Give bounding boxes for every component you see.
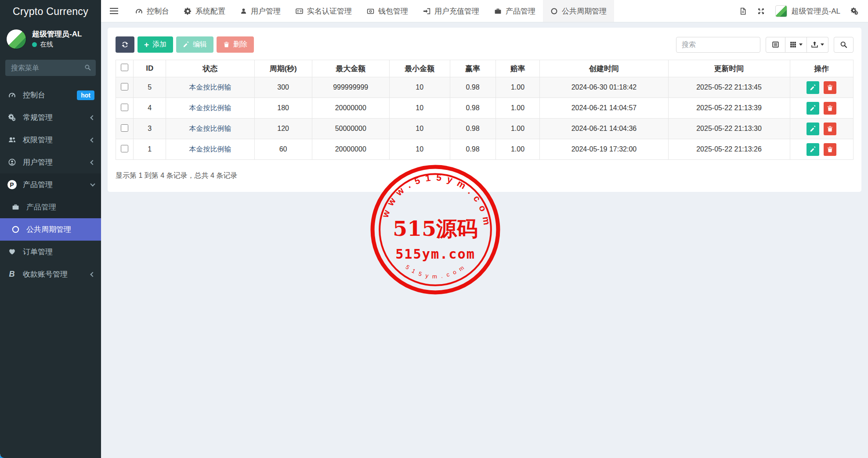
sidebar-item-payment-accounts[interactable]: B 收款账号管理 bbox=[0, 263, 101, 285]
navbar-right: 超级管理员-AL bbox=[739, 0, 868, 22]
col-header-min: 最小金额 bbox=[389, 60, 450, 77]
bitcoin-icon: B bbox=[7, 270, 17, 279]
pencil-icon bbox=[810, 126, 816, 132]
export-button[interactable] bbox=[807, 37, 828, 53]
col-header-actions: 操作 bbox=[790, 60, 853, 77]
add-button[interactable]: +添加 bbox=[137, 36, 173, 53]
status-label: 本金按比例输 bbox=[166, 119, 254, 139]
table-toolbar: +添加 编辑 删除 bbox=[116, 36, 854, 53]
stamp-arc-bottom-text: 5 1 5 y m . c o m bbox=[404, 263, 466, 280]
circle-icon bbox=[550, 7, 558, 15]
row-delete-button[interactable] bbox=[824, 123, 836, 135]
trash-icon bbox=[827, 84, 833, 91]
sidebar: Crypto Currency 超级管理员-AL 在线 控制台 hot 常规管理… bbox=[0, 0, 101, 458]
table-search-input[interactable] bbox=[676, 37, 760, 53]
row-checkbox[interactable] bbox=[121, 104, 128, 111]
row-edit-button[interactable] bbox=[807, 143, 819, 156]
toolbar-right bbox=[676, 37, 854, 53]
status-label: 本金按比例输 bbox=[166, 139, 254, 160]
dashboard-icon bbox=[7, 91, 17, 99]
tab-user-management[interactable]: 用户管理 bbox=[233, 0, 288, 22]
row-delete-button[interactable] bbox=[824, 143, 836, 156]
row-checkbox[interactable] bbox=[121, 83, 128, 90]
col-header-period: 周期(秒) bbox=[254, 60, 312, 77]
refresh-button[interactable] bbox=[116, 36, 134, 53]
row-delete-button[interactable] bbox=[824, 102, 836, 115]
tab-system-config[interactable]: 系统配置 bbox=[177, 0, 233, 22]
settings-button[interactable] bbox=[851, 7, 858, 15]
sidebar-toggle-button[interactable] bbox=[101, 0, 128, 22]
trash-icon bbox=[827, 126, 833, 132]
tab-products[interactable]: 产品管理 bbox=[487, 0, 543, 22]
search-button[interactable] bbox=[834, 37, 854, 53]
sidebar-item-products[interactable]: P 产品管理 bbox=[0, 173, 101, 196]
status-label: 本金按比例输 bbox=[166, 98, 254, 119]
search-icon[interactable] bbox=[84, 64, 91, 71]
sidebar-item-permissions[interactable]: 权限管理 bbox=[0, 129, 101, 151]
table-view-controls bbox=[766, 37, 828, 53]
fullscreen-button[interactable] bbox=[757, 7, 765, 15]
export-icon bbox=[811, 41, 818, 48]
table-row: 5 本金按比例输 300 999999999 10 0.98 1.00 2024… bbox=[116, 77, 854, 98]
columns-button[interactable] bbox=[785, 37, 807, 53]
sidebar-item-orders[interactable]: 订单管理 bbox=[0, 241, 101, 263]
tab-wallet[interactable]: 钱包管理 bbox=[359, 0, 416, 22]
avatar bbox=[6, 29, 26, 49]
row-delete-button[interactable] bbox=[824, 81, 836, 94]
search-icon bbox=[840, 41, 847, 48]
menu-search-input[interactable] bbox=[5, 60, 96, 76]
select-all-checkbox[interactable] bbox=[121, 64, 128, 71]
watermark-stamp: w w w . 5 1 5 y m . c o m 515源码 515ym.co… bbox=[369, 163, 502, 296]
tab-realname-auth[interactable]: 实名认证管理 bbox=[288, 0, 359, 22]
plus-icon: + bbox=[144, 40, 149, 49]
col-header-odds: 赔率 bbox=[495, 60, 540, 77]
user-name: 超级管理员-AL bbox=[32, 29, 82, 40]
id-card-icon bbox=[296, 7, 303, 15]
sidebar-item-general[interactable]: 常规管理 bbox=[0, 106, 101, 129]
sidebar-subitem-public-cycle[interactable]: 公共周期管理 bbox=[0, 218, 101, 241]
row-checkbox[interactable] bbox=[121, 124, 128, 132]
trash-icon bbox=[827, 105, 833, 112]
sidebar-subitem-products[interactable]: 产品管理 bbox=[0, 196, 101, 218]
delete-button[interactable]: 删除 bbox=[217, 36, 254, 53]
users-icon bbox=[7, 136, 17, 144]
col-header-max: 最大金额 bbox=[312, 60, 389, 77]
tab-user-recharge[interactable]: 用户充值管理 bbox=[416, 0, 487, 22]
svg-text:5 1 5 y m . c o m: 5 1 5 y m . c o m bbox=[404, 263, 466, 280]
sidebar-search bbox=[5, 60, 96, 76]
pencil-icon bbox=[183, 41, 189, 48]
sidebar-item-users[interactable]: 用户管理 bbox=[0, 151, 101, 173]
chevron-left-icon bbox=[90, 115, 95, 120]
edit-button[interactable]: 编辑 bbox=[176, 36, 213, 53]
caret-down-icon bbox=[821, 43, 824, 46]
row-checkbox[interactable] bbox=[121, 145, 128, 152]
table-row: 4 本金按比例输 180 20000000 10 0.98 1.00 2024-… bbox=[116, 98, 854, 119]
document-icon bbox=[739, 7, 747, 15]
sidebar-products-group: P 产品管理 产品管理 公共周期管理 bbox=[0, 173, 101, 241]
row-edit-button[interactable] bbox=[807, 102, 819, 115]
pagination-toggle-button[interactable] bbox=[766, 37, 785, 53]
row-edit-button[interactable] bbox=[807, 81, 819, 94]
pencil-icon bbox=[810, 105, 816, 112]
table-row: 1 本金按比例输 60 20000000 10 0.98 1.00 2024-0… bbox=[116, 139, 854, 160]
cycle-table: ID 状态 周期(秒) 最大金额 最小金额 赢率 赔率 创建时间 更新时间 操作 bbox=[116, 60, 854, 160]
app-logo[interactable]: Crypto Currency bbox=[0, 0, 101, 23]
top-navbar: 控制台 系统配置 用户管理 实名认证管理 钱包管理 用户充值管理 产品管理 公 bbox=[101, 0, 868, 22]
stamp-domain-text: 515ym.com bbox=[395, 246, 475, 262]
caret-down-icon bbox=[799, 43, 803, 46]
col-header-updated: 更新时间 bbox=[668, 60, 790, 77]
tab-dashboard[interactable]: 控制台 bbox=[128, 0, 177, 22]
online-dot-icon bbox=[32, 42, 37, 47]
clear-cache-button[interactable] bbox=[739, 7, 747, 15]
user-menu[interactable]: 超级管理员-AL bbox=[775, 5, 840, 17]
tab-public-cycle[interactable]: 公共周期管理 bbox=[543, 0, 614, 22]
sign-in-icon bbox=[423, 7, 430, 15]
status-label: 在线 bbox=[40, 40, 53, 49]
chevron-left-icon bbox=[90, 272, 95, 277]
sidebar-item-dashboard[interactable]: 控制台 hot bbox=[0, 84, 101, 106]
user-status: 在线 bbox=[32, 40, 82, 49]
row-edit-button[interactable] bbox=[807, 123, 819, 135]
table-header-row: ID 状态 周期(秒) 最大金额 最小金额 赢率 赔率 创建时间 更新时间 操作 bbox=[116, 60, 854, 77]
briefcase-icon bbox=[10, 203, 21, 211]
expand-icon bbox=[757, 7, 765, 15]
